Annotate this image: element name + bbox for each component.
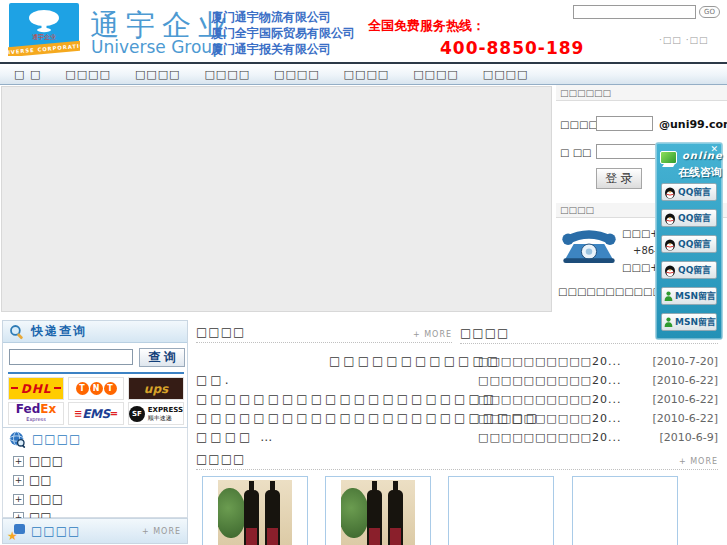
- expand-plus-icon[interactable]: +: [13, 456, 24, 467]
- top-links[interactable]: ·□□ ·□□: [659, 35, 709, 45]
- tracking-number-input[interactable]: [9, 349, 133, 365]
- nav-item-5[interactable]: □□□□: [274, 68, 320, 81]
- nav-item-3[interactable]: □□□□: [135, 68, 181, 81]
- courier-logos: DHL TNT ups FedExExpress ≡EMS= SFEXPRESS…: [8, 377, 186, 425]
- product-item[interactable]: [448, 476, 554, 545]
- search-go-button[interactable]: GO: [699, 6, 720, 18]
- nav-item-8[interactable]: □□□□: [483, 68, 529, 81]
- ups-logo[interactable]: ups: [128, 377, 184, 400]
- news-item[interactable]: □□□□□□□□□□20...[2010-6-9]: [460, 431, 718, 450]
- mail-label: □□□□: [560, 119, 598, 130]
- company-name: 厦门通宇报关有限公司: [211, 41, 355, 57]
- company-names: 厦门通宇物流有限公司 厦门全宇国际贸易有限公司 厦门通宇报关有限公司: [211, 9, 355, 57]
- about-text: □□□□□□□□□□□□ □□. □□□□□□□□□□□□□□□□□□□□□ □…: [196, 352, 452, 447]
- page: 通宇企业 UNIVERSE CORPORATION 通宇企业 Universe …: [0, 0, 727, 545]
- express-tracking-box: 快递查询 查 询 DHL TNT ups FedExExpress ≡EMS= …: [2, 320, 188, 428]
- product-item[interactable]: [202, 476, 308, 545]
- brand-subtitle: Universe Group: [91, 37, 223, 57]
- products-section: □□□□ + MORE: [196, 452, 718, 470]
- sidebar-section-3-title: □□□□: [31, 524, 136, 538]
- products-header: □□□□ + MORE: [196, 452, 718, 470]
- dhl-logo[interactable]: DHL: [8, 377, 64, 400]
- qq-message-button[interactable]: QQ留言: [661, 261, 717, 279]
- login-button[interactable]: 登 录: [596, 168, 642, 189]
- search-icon: [9, 324, 25, 340]
- qq-penguin-icon: [664, 238, 676, 251]
- more-link[interactable]: + MORE: [679, 457, 718, 466]
- sidebar-section-2-title: □□□□: [32, 432, 81, 446]
- nav-item-4[interactable]: □□□□: [204, 68, 250, 81]
- nav-item-7[interactable]: □□□□: [413, 68, 459, 81]
- sidebar-section-2: □□□□ +□□□ +□□ +□□□ +□□: [2, 428, 188, 518]
- nav-item-home[interactable]: □ □: [14, 68, 41, 81]
- sidebar-section-2-header: □□□□: [3, 428, 187, 450]
- mail-domain-suffix: @uni99.com: [659, 118, 727, 131]
- divider: [8, 372, 184, 374]
- hotline-label: 全国免费服务热线：: [368, 17, 485, 35]
- product-item[interactable]: [572, 476, 678, 545]
- about-title: □□□□: [196, 325, 245, 339]
- news-title: □□□□: [460, 326, 509, 340]
- main-banner-placeholder: [1, 86, 552, 312]
- tnt-logo[interactable]: TNT: [68, 377, 124, 400]
- more-link[interactable]: + MORE: [413, 330, 452, 339]
- company-name: 厦门全宇国际贸易有限公司: [211, 25, 355, 41]
- qq-message-button[interactable]: QQ留言: [661, 209, 717, 227]
- logo-flag-icon: 通宇企业 UNIVERSE CORPORATION: [8, 3, 80, 56]
- fedex-logo[interactable]: FedExExpress: [8, 402, 64, 425]
- monitor-icon: [660, 151, 677, 164]
- mail-input[interactable]: [596, 116, 653, 131]
- sidebar-link[interactable]: +□□□: [13, 492, 63, 506]
- product-item[interactable]: [325, 476, 431, 545]
- online-label: online: [682, 150, 723, 161]
- qq-penguin-icon: [664, 264, 676, 277]
- logo-flag-label: 通宇企业: [32, 33, 56, 41]
- more-link[interactable]: + MORE: [142, 527, 181, 536]
- msn-person-icon: [664, 316, 673, 328]
- news-item[interactable]: □□□□□□□□□□20...[2010-7-20]: [460, 355, 718, 374]
- qq-penguin-icon: [664, 186, 676, 199]
- nav-item-6[interactable]: □□□□: [344, 68, 390, 81]
- sidebar-section-3-header: ★ □□□□ + MORE: [2, 518, 188, 544]
- qq-message-button[interactable]: QQ留言: [661, 235, 717, 253]
- expand-plus-icon[interactable]: +: [13, 494, 24, 505]
- news-section: □□□□ + MORE □□□□□□□□□□20...[2010-7-20] □…: [460, 326, 718, 450]
- news-item[interactable]: □□□□□□□□□□20...[2010-6-22]: [460, 374, 718, 393]
- express-tracking-header: 快递查询: [3, 321, 187, 343]
- company-logo[interactable]: 通宇企业 UNIVERSE CORPORATION: [8, 3, 80, 56]
- news-item[interactable]: □□□□□□□□□□20...[2010-6-22]: [460, 393, 718, 412]
- site-search-input[interactable]: [573, 5, 696, 19]
- about-header: □□□□ + MORE: [196, 325, 452, 343]
- online-service-title: 在线咨询: [678, 165, 722, 180]
- products-title: □□□□: [196, 452, 245, 466]
- express-tracking-title: 快递查询: [31, 323, 87, 340]
- star-monitor-icon: ★: [9, 524, 25, 539]
- qq-penguin-icon: [664, 212, 676, 225]
- main-nav: □ □ □□□□ □□□□ □□□□ □□□□ □□□□ □□□□ □□□□: [0, 62, 727, 85]
- product-photo-wine: [341, 480, 415, 545]
- msn-person-icon: [664, 290, 673, 302]
- sidebar-link[interactable]: +□□□: [13, 454, 63, 468]
- sidebar-link[interactable]: +□□: [13, 473, 52, 487]
- globe-search-icon: [9, 431, 26, 448]
- nav-item-2[interactable]: □□□□: [65, 68, 111, 81]
- company-name: 厦门通宇物流有限公司: [211, 9, 355, 25]
- msn-message-button[interactable]: MSN留言: [661, 313, 717, 331]
- news-list: □□□□□□□□□□20...[2010-7-20] □□□□□□□□□□20.…: [460, 355, 718, 450]
- about-section: □□□□ + MORE □□□□□□□□□□□□ □□. □□□□□□□□□□□…: [196, 325, 452, 447]
- telephone-icon: [560, 224, 618, 268]
- password-label: □ □□: [560, 147, 592, 158]
- msn-message-button[interactable]: MSN留言: [661, 287, 717, 305]
- news-item[interactable]: □□□□□□□□□□20...[2010-6-22]: [460, 412, 718, 431]
- tracking-query-button[interactable]: 查 询: [139, 348, 185, 367]
- expand-plus-icon[interactable]: +: [13, 475, 24, 486]
- hotline-number: 400-8850-189: [440, 38, 584, 58]
- product-photo-wine: [218, 480, 292, 545]
- sf-express-logo[interactable]: SFEXPRESS顺丰速递: [128, 402, 184, 425]
- qq-message-button[interactable]: QQ留言: [661, 183, 717, 201]
- mail-login-title: □□□□□□: [556, 85, 727, 101]
- ems-logo[interactable]: ≡EMS=: [68, 402, 124, 425]
- online-service-widget: ✕ online 在线咨询 QQ留言 QQ留言 QQ留言 QQ留言 MSN留言 …: [655, 142, 723, 340]
